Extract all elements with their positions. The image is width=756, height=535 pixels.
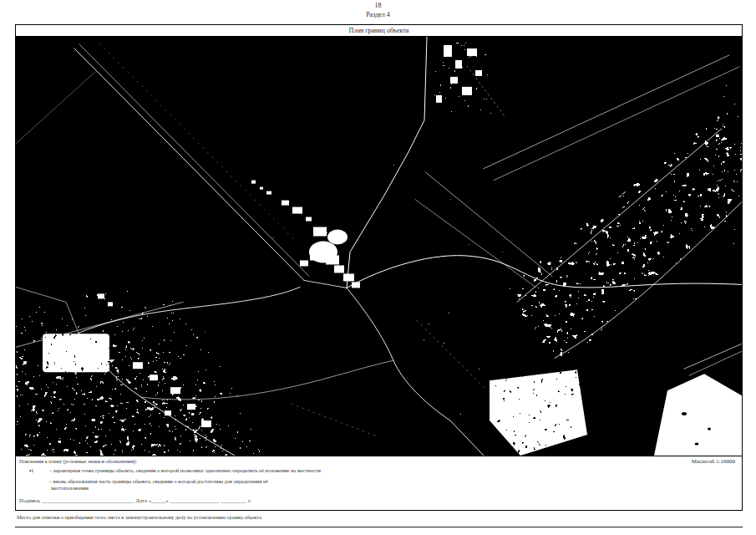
section-label: Раздел 4 [0,11,756,18]
legend-item-text: – характерная точка границы объекта, све… [49,467,321,473]
bottom-divider [15,527,743,527]
legend-intro: Пояснения к плану (условные знаки и обоз… [19,458,137,464]
satellite-raster-image [16,37,742,456]
scale-label: Масштаб 1:10000 [692,458,735,465]
line-symbol-icon [29,478,43,484]
signature-date-line: Подпись ________________________________… [19,497,251,503]
legend-item: – вновь образованная часть границы объек… [29,478,422,484]
plan-sheet-frame: План границ объекта [15,24,743,511]
document-page: 18 Раздел 4 План границ объекта [0,0,756,535]
boundary-plan-map [16,37,742,456]
legend-strip: Масштаб 1:10000 Пояснения к плану (услов… [16,456,742,510]
legend-item-text: – вновь образованная часть границы объек… [49,478,268,484]
legend-item: ▪1 – характерная точка границы объекта, … [29,467,321,473]
legend-item-continuation: местоположения [51,485,89,491]
page-number: 18 [0,2,756,9]
plan-title: План границ объекта [16,25,742,37]
footer-note: Место для отметки о приобщении этого лис… [17,514,261,520]
point-symbol-icon: ▪1 [29,467,43,473]
